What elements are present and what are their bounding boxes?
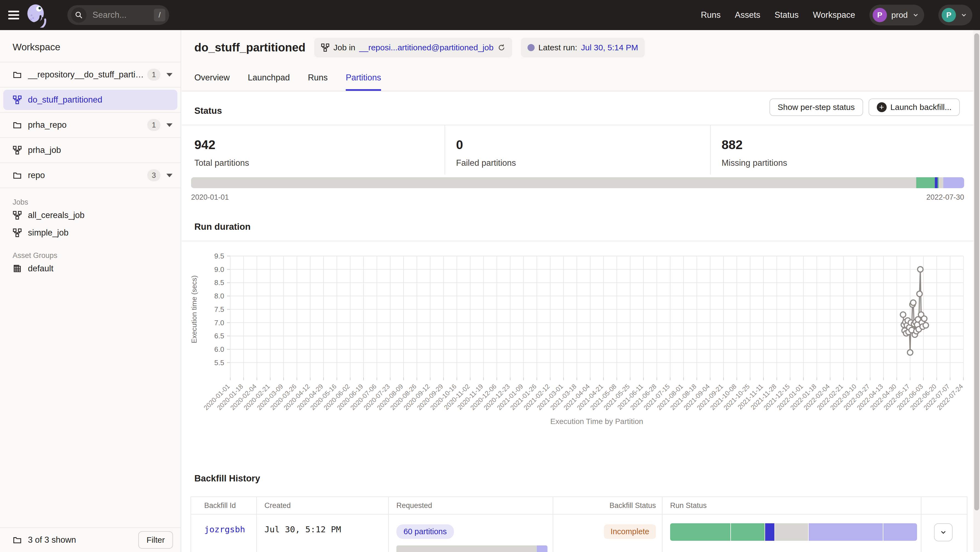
backfill-row: jozrgsbhJul 30, 5:12 PM60 partitions2020… xyxy=(191,514,967,552)
column-header-backfill-id: Backfill Id xyxy=(191,497,257,514)
sidebar-sections: Jobsall_cereals_jobsimple_jobAsset Group… xyxy=(0,188,181,278)
search-placeholder: Search... xyxy=(92,10,154,20)
svg-text:9.5: 9.5 xyxy=(214,252,224,260)
divider xyxy=(182,241,974,241)
dagster-logo-icon[interactable] xyxy=(25,2,47,28)
sidebar-item-all_cereals_job[interactable]: all_cereals_job xyxy=(0,206,181,224)
bar-segment-gray xyxy=(939,177,943,188)
tab-launchpad[interactable]: Launchpad xyxy=(248,73,290,91)
expander-caret-icon[interactable] xyxy=(166,124,172,127)
sidebar-item-default[interactable]: default xyxy=(0,260,181,278)
nav-assets[interactable]: Assets xyxy=(735,10,760,20)
sidebar-item-do-stuff-partitioned[interactable]: do_stuff_partitioned xyxy=(0,87,181,113)
sidebar-section-label: Asset Groups xyxy=(0,241,181,260)
sidebar-footer: 3 of 3 shown Filter xyxy=(0,527,181,552)
sidebar-item-label: repo xyxy=(28,170,144,180)
chevron-down-icon xyxy=(912,11,919,19)
tab-runs[interactable]: Runs xyxy=(308,73,328,91)
scrollbar-track[interactable] xyxy=(974,30,980,552)
scrollbar-thumb[interactable] xyxy=(974,33,979,511)
sidebar-item--repository-do-stuff-partitio-[interactable]: __repository__do_stuff_partitio...1 xyxy=(0,62,181,87)
item-count-badge: 3 xyxy=(147,169,161,181)
sidebar-item-simple_job[interactable]: simple_job xyxy=(0,224,181,241)
backfill-status-cell: Incomplete xyxy=(553,514,662,552)
expander-caret-icon[interactable] xyxy=(166,174,172,177)
button-show-per-step-status[interactable]: Show per-step status xyxy=(770,98,863,116)
deployment-switcher[interactable]: P prod xyxy=(869,5,924,25)
top-nav-links: Runs Assets Status Workspace P prod P xyxy=(701,5,972,25)
bar-segment-gray xyxy=(191,177,916,188)
backfill-history-heading: Backfill History xyxy=(194,473,260,484)
tab-overview[interactable]: Overview xyxy=(194,73,230,91)
svg-text:Execution time (secs): Execution time (secs) xyxy=(190,276,198,344)
plus-circle-icon: + xyxy=(877,102,887,112)
search-input[interactable]: Search... / xyxy=(67,5,169,25)
refresh-icon[interactable] xyxy=(497,43,506,52)
backfill-id-link[interactable]: jozrgsbh xyxy=(204,524,245,534)
nav-runs[interactable]: Runs xyxy=(701,10,721,20)
column-header-backfill-status: Backfill Status xyxy=(553,497,662,514)
stat-label: Total partitions xyxy=(194,158,445,168)
partition-bar-end-date: 2022-07-30 xyxy=(926,193,964,201)
latest-run-label: Latest run: xyxy=(538,43,578,52)
svg-text:6.0: 6.0 xyxy=(214,345,224,354)
run-duration-chart: 9.59.08.58.07.57.06.56.05.52020-01-01202… xyxy=(186,249,969,440)
status-heading: Status xyxy=(194,106,222,116)
search-shortcut-key: / xyxy=(154,9,165,21)
partition-bar-start-date: 2020-01-01 xyxy=(191,193,229,201)
nav-workspace[interactable]: Workspace xyxy=(813,10,855,20)
status-buttons: Show per-step status+Launch backfill... xyxy=(770,98,960,116)
nav-status[interactable]: Status xyxy=(775,10,799,20)
job-icon xyxy=(13,211,22,220)
run-status-bar xyxy=(670,523,917,541)
partition-stats: 942Total partitions0Failed partitions882… xyxy=(182,125,974,174)
expander-caret-icon[interactable] xyxy=(166,73,172,76)
svg-text:5.5: 5.5 xyxy=(214,358,224,367)
svg-text:8.0: 8.0 xyxy=(214,292,224,300)
deployment-avatar: P xyxy=(873,8,887,22)
column-header-actions xyxy=(921,497,967,514)
job-repo-link[interactable]: __reposi...artitioned@partitioned_job xyxy=(359,43,493,52)
row-actions-cell xyxy=(921,514,967,552)
expand-row-button[interactable] xyxy=(934,523,953,541)
folder-icon xyxy=(13,121,22,130)
column-header-created: Created xyxy=(257,497,389,514)
sidebar-item-repo[interactable]: repo3 xyxy=(0,163,181,188)
tab-partitions[interactable]: Partitions xyxy=(346,73,381,91)
sidebar-item-prha-job[interactable]: prha_job xyxy=(0,138,181,163)
requested-cell: 60 partitions2020-01-012022-07-30 xyxy=(389,514,553,552)
user-menu[interactable]: P xyxy=(939,5,972,25)
button-launch-backfill-[interactable]: +Launch backfill... xyxy=(869,98,960,116)
sidebar-item-prha-repo[interactable]: prha_repo1 xyxy=(0,113,181,138)
sidebar-item-label: prha_job xyxy=(28,145,175,155)
column-header-run-status: Run Status xyxy=(662,497,921,514)
tab-bar: OverviewLaunchpadRunsPartitions xyxy=(194,73,381,91)
backfill-table-header: Backfill IdCreatedRequestedBackfill Stat… xyxy=(191,497,967,514)
bar-segment-green xyxy=(670,523,730,541)
bar-segment-green xyxy=(730,523,764,541)
sidebar-title: Workspace xyxy=(0,30,181,62)
sidebar-item-label: default xyxy=(28,264,53,274)
job-breadcrumb-pill: Job in __reposi...artitioned@partitioned… xyxy=(314,38,512,57)
shown-count: 3 of 3 shown xyxy=(28,535,138,545)
page-header: do_stuff_partitioned Job in __reposi...a… xyxy=(182,30,974,91)
filter-button[interactable]: Filter xyxy=(138,531,173,549)
sidebar-item-label: all_cereals_job xyxy=(28,210,84,220)
chevron-down-icon xyxy=(940,528,947,536)
top-nav: Search... / Runs Assets Status Workspace… xyxy=(0,0,980,30)
backfill-table-body: jozrgsbhJul 30, 5:12 PM60 partitions2020… xyxy=(191,514,967,552)
latest-run-time-link[interactable]: Jul 30, 5:14 PM xyxy=(581,43,638,52)
item-count-badge: 1 xyxy=(147,69,161,81)
bar-segment-lavender xyxy=(883,523,917,541)
requested-partitions-pill[interactable]: 60 partitions xyxy=(396,524,454,539)
sidebar-section-label: Jobs xyxy=(0,188,181,206)
stat-label: Missing partitions xyxy=(722,158,974,168)
item-count-badge: 1 xyxy=(147,119,161,131)
sidebar-item-label: do_stuff_partitioned xyxy=(28,95,177,105)
main-content: do_stuff_partitioned Job in __reposi...a… xyxy=(182,30,974,552)
workspace-item-list: __repository__do_stuff_partitio...1do_st… xyxy=(0,62,181,188)
bar-segment-gray xyxy=(396,546,537,552)
latest-run-pill: Latest run: Jul 30, 5:14 PM xyxy=(521,38,645,57)
sidebar-item-label: __repository__do_stuff_partitio... xyxy=(28,70,144,79)
menu-icon[interactable] xyxy=(8,9,19,21)
